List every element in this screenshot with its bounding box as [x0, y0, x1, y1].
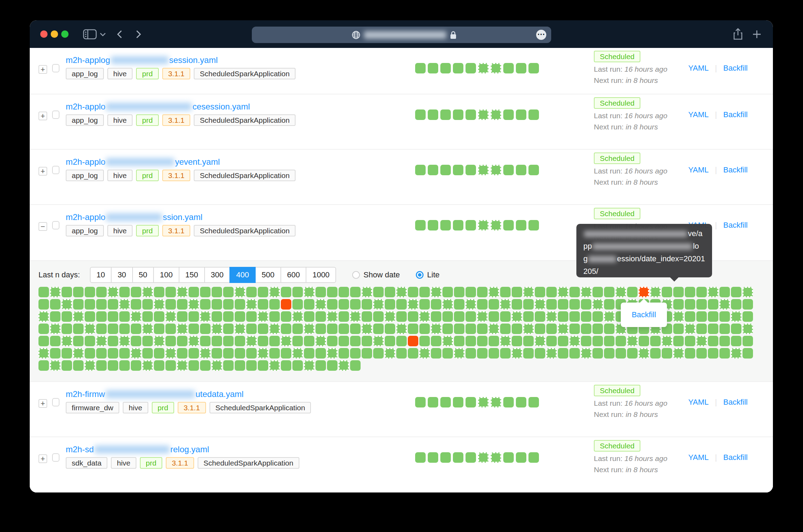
- mini-day-cell[interactable]: [528, 63, 539, 73]
- day-cell[interactable]: [38, 348, 49, 359]
- day-cell[interactable]: [408, 324, 418, 334]
- day-cell-failed[interactable]: [408, 336, 418, 346]
- day-cell[interactable]: [454, 299, 464, 310]
- day-cell[interactable]: [731, 324, 741, 334]
- mini-day-cell[interactable]: [453, 220, 463, 230]
- row-checkbox[interactable]: [52, 453, 59, 462]
- expand-toggle-button[interactable]: +: [38, 167, 47, 176]
- day-cell[interactable]: [685, 299, 695, 310]
- day-cell[interactable]: [327, 324, 337, 334]
- mini-day-cell[interactable]: [428, 63, 438, 73]
- day-cell[interactable]: [223, 287, 234, 297]
- day-cell[interactable]: [466, 287, 476, 297]
- day-cell[interactable]: [119, 336, 130, 346]
- mini-day-cell[interactable]: [428, 165, 438, 175]
- day-cell[interactable]: [454, 324, 464, 334]
- day-cell[interactable]: [373, 287, 384, 297]
- day-cell[interactable]: [408, 311, 418, 322]
- day-cell[interactable]: [108, 360, 118, 371]
- day-cell[interactable]: [523, 348, 534, 359]
- day-cell[interactable]: [38, 287, 49, 297]
- expand-toggle-button[interactable]: +: [38, 65, 47, 74]
- day-cell[interactable]: [223, 311, 234, 322]
- mini-day-cell[interactable]: [415, 63, 426, 73]
- day-cell[interactable]: [223, 336, 234, 346]
- mini-day-cell[interactable]: [440, 397, 451, 407]
- day-cell[interactable]: [189, 287, 199, 297]
- day-cell[interactable]: [731, 348, 741, 359]
- day-cell[interactable]: [719, 287, 730, 297]
- day-cell[interactable]: [212, 336, 222, 346]
- day-cell[interactable]: [742, 299, 753, 310]
- day-cell[interactable]: [442, 324, 453, 334]
- day-cell[interactable]: [466, 336, 476, 346]
- day-cell[interactable]: [212, 287, 222, 297]
- ellipsis-icon[interactable]: ⋯: [536, 30, 546, 40]
- mini-day-cell[interactable]: [478, 63, 489, 73]
- yaml-link[interactable]: YAML: [688, 110, 709, 119]
- day-cell[interactable]: [742, 336, 753, 346]
- mini-day-cell[interactable]: [528, 165, 539, 175]
- day-cell[interactable]: [292, 336, 303, 346]
- day-cell[interactable]: [327, 348, 337, 359]
- day-cell[interactable]: [616, 336, 626, 346]
- day-cell[interactable]: [165, 336, 176, 346]
- day-cell[interactable]: [246, 311, 257, 322]
- day-cell[interactable]: [38, 336, 49, 346]
- day-cell[interactable]: [639, 336, 649, 346]
- day-cell[interactable]: [546, 311, 557, 322]
- mini-day-cell[interactable]: [428, 452, 438, 463]
- mini-day-cell[interactable]: [440, 109, 451, 120]
- day-cell[interactable]: [362, 287, 372, 297]
- day-cell[interactable]: [477, 287, 488, 297]
- day-cell[interactable]: [616, 287, 626, 297]
- day-cell[interactable]: [731, 311, 741, 322]
- day-cell[interactable]: [189, 348, 199, 359]
- day-cell[interactable]: [742, 348, 753, 359]
- day-range-button-500[interactable]: 500: [255, 267, 281, 283]
- day-cell[interactable]: [235, 360, 245, 371]
- mini-day-cell[interactable]: [516, 63, 526, 73]
- back-icon[interactable]: [116, 20, 123, 48]
- radio-icon[interactable]: [416, 271, 424, 279]
- mini-day-cell[interactable]: [453, 397, 463, 407]
- yaml-file-link[interactable]: m2h-applo ssion.yaml: [66, 212, 202, 222]
- mini-day-cell[interactable]: [466, 63, 476, 73]
- mini-day-cell[interactable]: [478, 452, 489, 463]
- day-cell[interactable]: [581, 287, 591, 297]
- day-cell[interactable]: [154, 360, 164, 371]
- day-cell[interactable]: [719, 348, 730, 359]
- day-cell[interactable]: [685, 287, 695, 297]
- row-checkbox[interactable]: [52, 64, 59, 72]
- day-cell[interactable]: [177, 348, 187, 359]
- mini-day-cell[interactable]: [491, 452, 501, 463]
- day-cell[interactable]: [50, 348, 61, 359]
- day-cell[interactable]: [177, 287, 187, 297]
- day-cell[interactable]: [212, 324, 222, 334]
- mini-day-cell[interactable]: [516, 397, 526, 407]
- mini-day-cell[interactable]: [516, 220, 526, 230]
- day-cell[interactable]: [373, 348, 384, 359]
- day-cell[interactable]: [189, 299, 199, 310]
- day-cell[interactable]: [154, 324, 164, 334]
- day-cell[interactable]: [512, 287, 522, 297]
- day-cell[interactable]: [304, 299, 314, 310]
- day-cell[interactable]: [327, 360, 337, 371]
- day-cell[interactable]: [569, 311, 580, 322]
- day-cell[interactable]: [489, 311, 499, 322]
- day-cell[interactable]: [650, 336, 661, 346]
- day-cell[interactable]: [385, 311, 395, 322]
- day-cell[interactable]: [339, 299, 349, 310]
- day-cell[interactable]: [315, 324, 326, 334]
- mini-day-cell[interactable]: [415, 397, 426, 407]
- day-cell[interactable]: [523, 287, 534, 297]
- day-cell[interactable]: [108, 348, 118, 359]
- day-cell[interactable]: [165, 287, 176, 297]
- day-cell[interactable]: [604, 287, 614, 297]
- day-cell[interactable]: [546, 324, 557, 334]
- day-cell[interactable]: [200, 324, 211, 334]
- day-cell[interactable]: [489, 324, 499, 334]
- day-cell[interactable]: [477, 299, 488, 310]
- day-cell[interactable]: [339, 336, 349, 346]
- row-checkbox[interactable]: [52, 398, 59, 406]
